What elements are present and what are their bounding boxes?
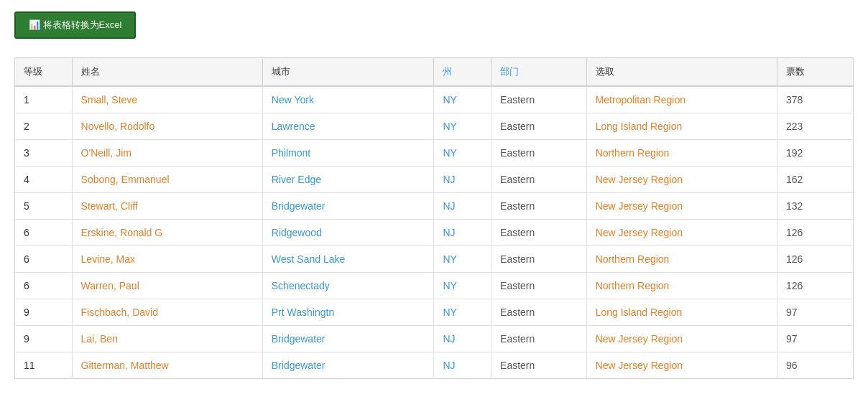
cell-select[interactable]: New Jersey Region: [586, 220, 777, 246]
cell-state[interactable]: NJ: [434, 193, 491, 220]
cell-city[interactable]: Ridgewood: [262, 220, 434, 246]
table-row: 4Sobong, EmmanuelRiver EdgeNJEasternNew …: [15, 167, 854, 193]
cell-select[interactable]: Northern Region: [586, 140, 777, 167]
cell-select[interactable]: Long Island Region: [586, 299, 777, 326]
select-link[interactable]: Long Island Region: [596, 121, 683, 132]
cell-name[interactable]: Small, Steve: [72, 86, 262, 113]
state-link[interactable]: NJ: [443, 333, 455, 345]
header-city: 城市: [262, 58, 434, 87]
cell-name[interactable]: Warren, Paul: [72, 273, 262, 299]
city-link[interactable]: Philmont: [272, 147, 310, 159]
cell-city[interactable]: Prt Washingtn: [262, 299, 434, 326]
cell-select[interactable]: Metropolitan Region: [586, 86, 777, 113]
select-link[interactable]: New Jersey Region: [596, 360, 683, 371]
cell-name[interactable]: Gitterman, Matthew: [72, 352, 262, 379]
state-link[interactable]: NY: [443, 147, 456, 159]
select-link[interactable]: New Jersey Region: [596, 227, 683, 238]
name-link[interactable]: Stewart, Cliff: [81, 200, 138, 212]
city-link[interactable]: Bridgewater: [272, 333, 326, 345]
cell-state[interactable]: NJ: [434, 220, 491, 246]
cell-state[interactable]: NY: [434, 86, 491, 113]
cell-dept: Eastern: [491, 193, 587, 220]
cell-name[interactable]: Lai, Ben: [72, 326, 262, 352]
name-link[interactable]: O'Neill, Jim: [81, 147, 131, 159]
cell-city[interactable]: Bridgewater: [262, 326, 434, 352]
cell-state[interactable]: NJ: [434, 167, 491, 193]
city-link[interactable]: River Edge: [272, 174, 321, 185]
city-link[interactable]: New York: [272, 94, 314, 106]
state-link[interactable]: NJ: [443, 360, 455, 371]
cell-select[interactable]: New Jersey Region: [586, 326, 777, 352]
top-bar: 📊 将表格转换为Excel: [0, 0, 868, 50]
select-link[interactable]: New Jersey Region: [596, 174, 683, 185]
cell-city[interactable]: Bridgewater: [262, 193, 434, 220]
cell-select[interactable]: Northern Region: [586, 273, 777, 299]
cell-state[interactable]: NJ: [434, 326, 491, 352]
cell-select[interactable]: New Jersey Region: [586, 167, 777, 193]
select-link[interactable]: Northern Region: [596, 147, 670, 159]
state-link[interactable]: NY: [443, 280, 456, 291]
select-link[interactable]: Northern Region: [596, 253, 670, 265]
cell-state[interactable]: NY: [434, 113, 491, 140]
select-link[interactable]: Long Island Region: [596, 307, 683, 318]
cell-name[interactable]: Sobong, Emmanuel: [72, 167, 262, 193]
cell-state[interactable]: NY: [434, 246, 491, 273]
select-link[interactable]: New Jersey Region: [596, 333, 683, 345]
state-link[interactable]: NY: [443, 121, 456, 132]
select-link[interactable]: Northern Region: [596, 280, 670, 291]
cell-select[interactable]: Northern Region: [586, 246, 777, 273]
cell-select[interactable]: Long Island Region: [586, 113, 777, 140]
cell-votes: 126: [777, 220, 853, 246]
cell-name[interactable]: Levine, Max: [72, 246, 262, 273]
name-link[interactable]: Small, Steve: [81, 94, 138, 106]
state-link[interactable]: NJ: [443, 200, 455, 212]
cell-state[interactable]: NJ: [434, 352, 491, 379]
cell-name[interactable]: Erskine, Ronald G: [72, 220, 262, 246]
state-link[interactable]: NY: [443, 253, 456, 265]
name-link[interactable]: Sobong, Emmanuel: [81, 174, 170, 185]
cell-name[interactable]: Novello, Rodolfo: [72, 113, 262, 140]
cell-city[interactable]: West Sand Lake: [262, 246, 434, 273]
city-link[interactable]: Lawrence: [272, 121, 315, 132]
cell-votes: 378: [777, 86, 853, 113]
name-link[interactable]: Gitterman, Matthew: [81, 360, 169, 371]
ranking-table: 等级 姓名 城市 州 部门 选取 票数 1Small, SteveNew Yor…: [14, 57, 854, 379]
cell-name[interactable]: Fischbach, David: [72, 299, 262, 326]
city-link[interactable]: Bridgewater: [272, 360, 326, 371]
state-link[interactable]: NJ: [443, 174, 455, 185]
cell-select[interactable]: New Jersey Region: [586, 193, 777, 220]
cell-name[interactable]: Stewart, Cliff: [72, 193, 262, 220]
cell-votes: 132: [777, 193, 853, 220]
cell-state[interactable]: NY: [434, 140, 491, 167]
cell-votes: 96: [777, 352, 853, 379]
name-link[interactable]: Erskine, Ronald G: [81, 227, 163, 238]
city-link[interactable]: Ridgewood: [272, 227, 322, 238]
cell-city[interactable]: Philmont: [262, 140, 434, 167]
city-link[interactable]: West Sand Lake: [272, 253, 345, 265]
cell-city[interactable]: New York: [262, 86, 434, 113]
state-link[interactable]: NJ: [443, 227, 455, 238]
cell-rank: 6: [15, 246, 73, 273]
cell-city[interactable]: Lawrence: [262, 113, 434, 140]
state-link[interactable]: NY: [443, 307, 456, 318]
cell-city[interactable]: Schenectady: [262, 273, 434, 299]
state-link[interactable]: NY: [443, 94, 456, 106]
city-link[interactable]: Schenectady: [272, 280, 330, 291]
cell-state[interactable]: NY: [434, 299, 491, 326]
select-link[interactable]: Metropolitan Region: [596, 94, 685, 106]
city-link[interactable]: Bridgewater: [272, 200, 326, 212]
select-link[interactable]: New Jersey Region: [596, 200, 683, 212]
cell-city[interactable]: River Edge: [262, 167, 434, 193]
cell-city[interactable]: Bridgewater: [262, 352, 434, 379]
cell-name[interactable]: O'Neill, Jim: [72, 140, 262, 167]
name-link[interactable]: Levine, Max: [81, 253, 135, 265]
name-link[interactable]: Warren, Paul: [81, 280, 139, 291]
name-link[interactable]: Lai, Ben: [81, 333, 118, 345]
name-link[interactable]: Fischbach, David: [81, 307, 158, 318]
cell-state[interactable]: NY: [434, 273, 491, 299]
name-link[interactable]: Novello, Rodolfo: [81, 121, 155, 132]
export-excel-button[interactable]: 📊 将表格转换为Excel: [14, 11, 136, 39]
city-link[interactable]: Prt Washingtn: [272, 307, 334, 318]
cell-votes: 97: [777, 299, 853, 326]
cell-select[interactable]: New Jersey Region: [586, 352, 777, 379]
